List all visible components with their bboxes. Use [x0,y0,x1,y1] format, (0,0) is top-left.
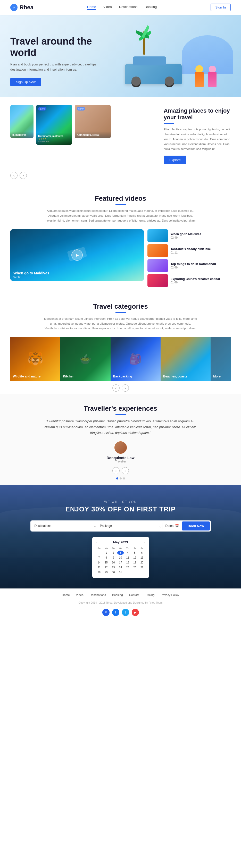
side-video-2[interactable]: Top things to do in Kathmandu 02.49 [147,259,231,272]
destinations-select[interactable]: Destinations [31,522,93,530]
main-video[interactable]: When go to Maldives 02.49 [10,229,144,281]
cal-day-24[interactable]: 24 [117,565,124,570]
cal-day-16[interactable]: 16 [110,560,117,565]
next-button[interactable]: › [20,172,27,179]
cat-label-3: Beaches, coasts [163,375,187,378]
beach-bg [160,337,211,381]
cal-day-18[interactable]: 18 [124,560,131,565]
cal-next-button[interactable]: › [144,540,145,545]
cat-beaches[interactable]: Beaches, coasts [160,337,211,381]
cal-day-22[interactable]: 22 [103,565,110,570]
footer-link-contact[interactable]: Contact [129,593,140,596]
footer-link-home[interactable]: Home [62,593,70,596]
side-dur-2: 02.49 [171,266,231,269]
nav-home[interactable]: Home [87,5,96,10]
cat-next-button[interactable]: › [122,384,129,392]
cal-day-28[interactable]: 28 [96,570,102,575]
footer-link-destinations[interactable]: Destinations [90,593,106,596]
cal-day-20[interactable]: 20 [139,560,145,565]
logo-icon [10,4,18,11]
car-illustration [125,64,182,84]
author-role: Traveller [10,460,231,463]
email-icon[interactable]: ✉ [102,609,110,616]
cal-day-13[interactable]: 13 [139,556,145,560]
cal-day-29[interactable]: 29 [103,570,110,575]
footer-link-privacy[interactable]: Privacy Policy [160,593,179,596]
cal-day-31[interactable]: 31 [117,570,124,575]
cal-day-6[interactable]: 6 [139,551,145,555]
side-info-2: Top things to do in Kathmandu 02.49 [171,262,231,269]
test-prev-button[interactable]: ‹ [112,467,120,474]
logo[interactable]: Rhea [10,4,33,11]
place-card-0[interactable]: n. maldives [10,105,33,138]
dot-1[interactable] [120,477,122,479]
nav-booking[interactable]: Booking [145,5,157,10]
test-next-button[interactable]: › [122,467,129,474]
cal-day-3[interactable]: 3 [117,551,124,555]
cal-prev-button[interactable]: ‹ [96,540,97,545]
side-video-1[interactable]: Tanzania's deadly pink lake 01.11 [147,244,231,257]
place-card-1[interactable]: $780 Kuramathi, maldives ★★★★ 5 days tou… [36,105,72,145]
cal-day-2[interactable]: 2 [110,551,117,555]
cal-day-21[interactable]: 21 [96,565,102,570]
places-description: Etiam facilisis, sapien quis porta digni… [164,127,231,152]
categories-description: Maecenas at eros nam ipsum ultrices inte… [43,316,198,331]
cal-day-empty-0 [96,551,102,555]
place-card-2[interactable]: $640 Kathmandu, Nepal [75,105,111,138]
cal-day-11[interactable]: 11 [124,556,131,560]
cal-day-14[interactable]: 14 [96,560,102,565]
prev-button[interactable]: ‹ [10,172,18,179]
package-select[interactable]: Package [97,522,159,530]
cal-day-27[interactable]: 27 [139,565,145,570]
cat-kitchen[interactable]: 🍲 Kitchen [60,337,110,381]
nav-destinations[interactable]: Destinations [119,5,138,10]
side-video-3[interactable]: Exploring China's creative capital 01.49 [147,274,231,287]
footer-link-pricing[interactable]: Pricing [145,593,154,596]
side-video-0[interactable]: When go to Maldives 02.49 [147,229,231,242]
calendar-grid: Su Mo Tu We Th Fr Sa 1 2 3 4 5 6 7 8 9 1… [96,547,145,575]
cal-day-1[interactable]: 1 [103,551,110,555]
cal-day-26[interactable]: 26 [131,565,138,570]
dates-label: Dates [165,524,174,528]
dot-2[interactable] [123,477,125,479]
side-title-3: Exploring China's creative capital [171,277,231,281]
cat-label-2: Backpacking [113,375,132,378]
palm-tree [143,31,145,55]
cal-day-23[interactable]: 23 [110,565,117,570]
nav-video[interactable]: Video [103,5,112,10]
footer-link-video[interactable]: Video [76,593,84,596]
cal-day-19[interactable]: 19 [131,560,138,565]
booknow-button[interactable]: Book Now [182,522,210,530]
cat-wildlife[interactable]: 🐯 Wildlife and nature [10,337,60,381]
cal-header-mo: Mo [103,547,110,550]
cat-more[interactable]: More [211,337,231,381]
signup-button[interactable]: Sign Up Now [10,78,41,86]
twitter-icon[interactable]: t [122,609,129,616]
cal-day-25[interactable]: 25 [124,565,131,570]
person-1 [195,65,204,87]
cal-day-15[interactable]: 15 [103,560,110,565]
hero-text: Travel around the world Plan and book yo… [10,36,98,86]
dates-button[interactable]: Dates 📅 [162,522,182,530]
cal-day-17[interactable]: 17 [117,560,124,565]
signin-button[interactable]: Sign In [211,4,231,11]
footer-link-booking[interactable]: Booking [112,593,123,596]
cal-day-12[interactable]: 12 [131,556,138,560]
cal-day-5[interactable]: 5 [131,551,138,555]
cal-day-7[interactable]: 7 [96,556,102,560]
cal-day-8[interactable]: 8 [103,556,110,560]
cat-backpack[interactable]: 🎒 Backpacking [111,337,160,381]
facebook-icon[interactable]: f [112,609,119,616]
cal-day-10[interactable]: 10 [117,556,124,560]
author-name: Donquixote Law [10,456,231,460]
cat-prev-button[interactable]: ‹ [112,384,120,392]
cal-day-30[interactable]: 30 [110,570,117,575]
youtube-icon[interactable]: ▶ [132,609,139,616]
cal-day-9[interactable]: 9 [110,556,117,560]
dot-0[interactable] [116,477,118,479]
explore-button[interactable]: Explore [164,156,186,164]
cal-day-4[interactable]: 4 [124,551,131,555]
calendar-popup: ‹ May 2023 › Su Mo Tu We Th Fr Sa 1 2 3 … [92,537,149,578]
author-avatar [115,441,127,454]
side-videos-list: When go to Maldives 02.49 Tanzania's dea… [147,229,231,287]
